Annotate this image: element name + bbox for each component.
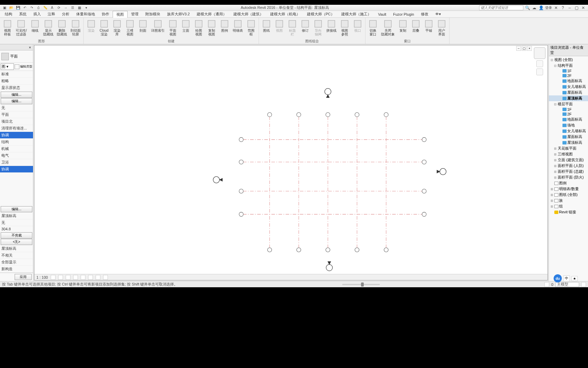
- property-row[interactable]: 不剪裁: [1, 232, 32, 239]
- crop-region-icon[interactable]: [88, 275, 93, 280]
- ribbon-btn[interactable]: 图例: [218, 18, 231, 33]
- help-search-input[interactable]: [479, 5, 523, 10]
- tab-5[interactable]: 体量和场地: [73, 11, 98, 17]
- property-row[interactable]: 无: [0, 105, 33, 111]
- cloud-icon[interactable]: ☁: [532, 5, 537, 11]
- ribbon-btn[interactable]: 视图样板: [1, 18, 14, 37]
- design-option-dropdown[interactable]: 主模型: [555, 282, 579, 287]
- tree-node[interactable]: 屋面标高: [549, 90, 588, 95]
- ribbon-btn[interactable]: 删除隐藏线: [55, 18, 68, 37]
- ribbon-btn[interactable]: 渲染库: [111, 18, 123, 37]
- maximize-icon[interactable]: ▢: [574, 5, 579, 11]
- baidu-ime-icon[interactable]: du: [554, 274, 562, 282]
- tab-4[interactable]: 分析: [59, 11, 73, 17]
- detail-level-icon[interactable]: [51, 275, 55, 280]
- ribbon-btn[interactable]: 详图索引: [150, 18, 166, 33]
- tree-node[interactable]: 地面标高: [549, 78, 588, 84]
- property-row[interactable]: 编辑...: [1, 92, 32, 98]
- type-selector[interactable]: 平面: [0, 50, 33, 63]
- sync-icon[interactable]: ⟳: [56, 5, 62, 11]
- ribbon-btn[interactable]: 切换窗口: [367, 18, 379, 37]
- ribbon-btn[interactable]: 关闭隐藏对象: [380, 18, 396, 37]
- property-row[interactable]: 编辑...: [1, 206, 32, 212]
- property-row[interactable]: 机械: [0, 145, 33, 152]
- tree-node[interactable]: ⊞组: [549, 203, 588, 209]
- property-row[interactable]: 编辑...: [1, 98, 32, 104]
- tab-visibility[interactable]: 👁▾: [432, 11, 444, 17]
- chevron-down-icon[interactable]: ▾: [83, 5, 89, 11]
- view-canvas[interactable]: – ▢ ×: [34, 45, 548, 280]
- tree-node[interactable]: Revit 链接: [549, 209, 588, 215]
- tree-node[interactable]: ⊞面积平面 (防火): [549, 174, 588, 180]
- worksets-icon[interactable]: [544, 282, 549, 287]
- tree-node[interactable]: 图例: [549, 180, 588, 186]
- properties-close-icon[interactable]: ×: [28, 45, 32, 50]
- property-row[interactable]: 卫浴: [0, 159, 33, 166]
- tab-7[interactable]: 视图: [113, 11, 128, 18]
- tree-node[interactable]: ⊟视图 (全部): [549, 57, 588, 63]
- property-row[interactable]: 协调: [0, 132, 33, 139]
- property-row[interactable]: 粗略: [0, 78, 33, 85]
- ribbon-btn[interactable]: 平铺: [423, 18, 435, 33]
- list-icon[interactable]: ☰: [69, 5, 76, 11]
- tree-node[interactable]: 2F: [549, 112, 588, 117]
- arrow-icon[interactable]: →: [63, 5, 69, 11]
- tab-8[interactable]: 管理: [128, 11, 142, 17]
- ribbon-btn[interactable]: 剖切面轮廓: [69, 18, 82, 37]
- tab-3[interactable]: 注释: [44, 11, 59, 17]
- tree-node[interactable]: 1F: [549, 107, 588, 112]
- view-scale[interactable]: 1 : 100: [36, 275, 48, 279]
- ribbon-btn[interactable]: 显示隐藏线: [42, 18, 55, 37]
- tree-node[interactable]: 地面标高: [549, 117, 588, 122]
- tree-node[interactable]: ⊟楼层平面: [549, 101, 588, 107]
- ribbon-btn[interactable]: 拼接线: [325, 18, 338, 33]
- tab-12[interactable]: 建模大师（建筑）: [230, 11, 267, 17]
- sun-path-icon[interactable]: [66, 275, 70, 280]
- text-icon[interactable]: A: [49, 5, 55, 11]
- status-slider[interactable]: [342, 284, 380, 285]
- tree-node[interactable]: ⊞面积平面 (人防): [549, 163, 588, 169]
- tab-11[interactable]: 建模大师（通用）: [193, 11, 230, 17]
- search-icon[interactable]: 🔍: [525, 5, 530, 11]
- property-row[interactable]: 屋顶标高: [0, 213, 33, 219]
- ribbon-btn[interactable]: 平面视图: [167, 18, 179, 37]
- property-row[interactable]: 结构: [0, 139, 33, 145]
- close-icon[interactable]: ✕: [581, 5, 586, 11]
- ribbon-btn[interactable]: 立面: [180, 18, 192, 33]
- tab-13[interactable]: 建模大师（机电）: [267, 11, 304, 17]
- all-show-row[interactable]: 全部显示: [0, 259, 33, 266]
- ribbon-btn[interactable]: 复制视图: [206, 18, 218, 37]
- tree-node[interactable]: 场地: [549, 122, 588, 128]
- ribbon-btn[interactable]: 图纸: [260, 18, 273, 33]
- ime-star[interactable]: ★: [571, 276, 578, 281]
- ribbon-btn[interactable]: 可见性/过滤器: [14, 18, 28, 37]
- tree-node[interactable]: 女儿墙标高: [549, 128, 588, 134]
- property-row[interactable]: 标准: [0, 71, 33, 78]
- tab-18[interactable]: 修改: [418, 11, 432, 17]
- filter-icon[interactable]: [581, 282, 586, 287]
- print-icon[interactable]: ⎙: [35, 5, 42, 11]
- tree-node[interactable]: 屋顶标高: [549, 95, 588, 101]
- tree-node[interactable]: ⊞族: [549, 198, 588, 203]
- minimize-icon[interactable]: –: [567, 5, 572, 11]
- tree-node[interactable]: ⊞天花板平面: [549, 145, 588, 151]
- sheet-icon[interactable]: ▦: [76, 5, 82, 11]
- ribbon-btn[interactable]: 绘图视图: [193, 18, 205, 37]
- property-row[interactable]: 电气: [0, 152, 33, 159]
- property-row[interactable]: <无>: [1, 239, 32, 245]
- ribbon-btn[interactable]: 导向轴网: [312, 18, 324, 37]
- tab-9[interactable]: 附加模块: [142, 11, 164, 17]
- open-icon[interactable]: 📂: [8, 5, 14, 11]
- ribbon-btn[interactable]: 剖面: [137, 18, 149, 33]
- new-construction-row[interactable]: 新构造: [0, 266, 33, 273]
- tree-node[interactable]: 2F: [549, 73, 588, 78]
- shadows-icon[interactable]: [73, 275, 78, 280]
- edit-type-button[interactable]: 编辑类型: [20, 64, 32, 69]
- ribbon-btn[interactable]: 视口: [352, 18, 364, 33]
- app-menu-icon[interactable]: ▣: [1, 5, 7, 11]
- ribbon-btn[interactable]: 视图参照: [339, 18, 351, 37]
- measure-icon[interactable]: 📏: [42, 5, 48, 11]
- property-row[interactable]: 无: [0, 219, 33, 226]
- reveal-icon[interactable]: [103, 275, 108, 280]
- tree-node[interactable]: ⊞明细表/数量: [549, 186, 588, 192]
